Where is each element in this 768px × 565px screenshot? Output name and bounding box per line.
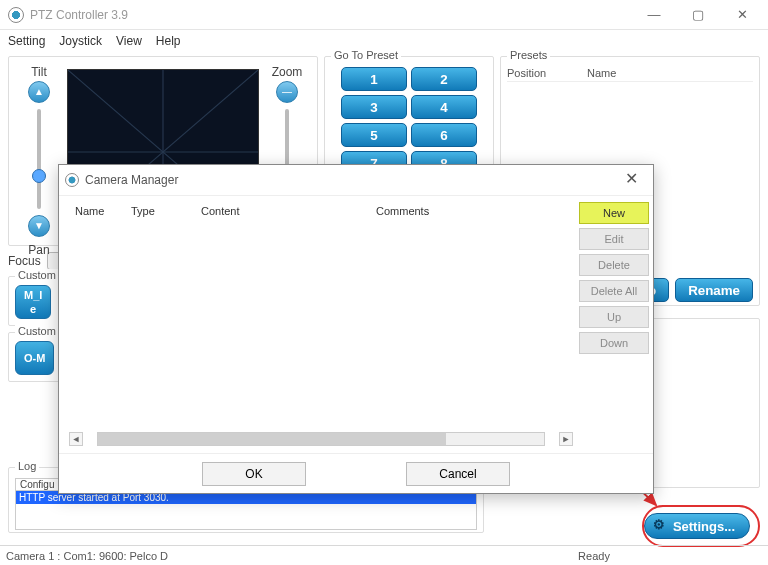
scroll-track[interactable] bbox=[97, 432, 545, 446]
maximize-button[interactable]: ▢ bbox=[676, 1, 720, 29]
status-bar: Camera 1 : Com1: 9600: Pelco D Ready bbox=[0, 545, 768, 565]
col-type[interactable]: Type bbox=[125, 202, 195, 220]
status-mid: Ready bbox=[420, 550, 768, 562]
minimize-button[interactable]: — bbox=[632, 1, 676, 29]
tilt-slider[interactable] bbox=[37, 109, 41, 209]
col-comments[interactable]: Comments bbox=[370, 202, 573, 220]
scroll-right-icon[interactable]: ► bbox=[559, 432, 573, 446]
preset-rename-button[interactable]: Rename bbox=[675, 278, 753, 302]
presets-col-name[interactable]: Name bbox=[587, 67, 753, 79]
col-content[interactable]: Content bbox=[195, 202, 370, 220]
camera-table-header: Name Type Content Comments bbox=[69, 202, 573, 220]
edit-button[interactable]: Edit bbox=[579, 228, 649, 250]
status-left: Camera 1 : Com1: 9600: Pelco D bbox=[0, 550, 420, 562]
menu-help[interactable]: Help bbox=[156, 34, 181, 48]
pan-label: Pan bbox=[15, 243, 63, 257]
custom-btn-mi[interactable]: M_I e bbox=[15, 285, 51, 319]
close-button[interactable]: ✕ bbox=[720, 1, 764, 29]
custom-btn-om[interactable]: O-M bbox=[15, 341, 54, 375]
horizontal-scrollbar[interactable]: ◄ ► bbox=[69, 431, 573, 447]
menu-view[interactable]: View bbox=[116, 34, 142, 48]
preset-2[interactable]: 2 bbox=[411, 67, 477, 91]
delete-button[interactable]: Delete bbox=[579, 254, 649, 276]
scroll-thumb[interactable] bbox=[98, 433, 446, 445]
dialog-icon bbox=[65, 173, 79, 187]
down-button[interactable]: Down bbox=[579, 332, 649, 354]
window-title: PTZ Controller 3.9 bbox=[30, 8, 128, 22]
dialog-close-button[interactable]: ✕ bbox=[615, 168, 647, 192]
new-button[interactable]: New bbox=[579, 202, 649, 224]
ok-button[interactable]: OK bbox=[202, 462, 306, 486]
menu-joystick[interactable]: Joystick bbox=[59, 34, 102, 48]
camera-manager-dialog: Camera Manager ✕ Name Type Content Comme… bbox=[58, 164, 654, 494]
tilt-up-button[interactable]: ▲ bbox=[28, 81, 50, 103]
cancel-button[interactable]: Cancel bbox=[406, 462, 510, 486]
preset-3[interactable]: 3 bbox=[341, 95, 407, 119]
menu-setting[interactable]: Setting bbox=[8, 34, 45, 48]
delete-all-button[interactable]: Delete All bbox=[579, 280, 649, 302]
tilt-label: Tilt bbox=[15, 65, 63, 79]
settings-button[interactable]: Settings... bbox=[644, 513, 750, 539]
camera-table-body[interactable] bbox=[69, 220, 573, 431]
preset-6[interactable]: 6 bbox=[411, 123, 477, 147]
zoom-in-button[interactable]: — bbox=[276, 81, 298, 103]
up-button[interactable]: Up bbox=[579, 306, 649, 328]
zoom-label: Zoom bbox=[263, 65, 311, 79]
tilt-down-button[interactable]: ▼ bbox=[28, 215, 50, 237]
preset-5[interactable]: 5 bbox=[341, 123, 407, 147]
log-config-label: Configu bbox=[15, 478, 59, 491]
preset-1[interactable]: 1 bbox=[341, 67, 407, 91]
col-name[interactable]: Name bbox=[69, 202, 125, 220]
presets-col-position[interactable]: Position bbox=[507, 67, 587, 79]
app-icon bbox=[8, 7, 24, 23]
title-bar: PTZ Controller 3.9 — ▢ ✕ bbox=[0, 0, 768, 30]
dialog-title: Camera Manager bbox=[85, 173, 178, 187]
preset-4[interactable]: 4 bbox=[411, 95, 477, 119]
scroll-left-icon[interactable]: ◄ bbox=[69, 432, 83, 446]
